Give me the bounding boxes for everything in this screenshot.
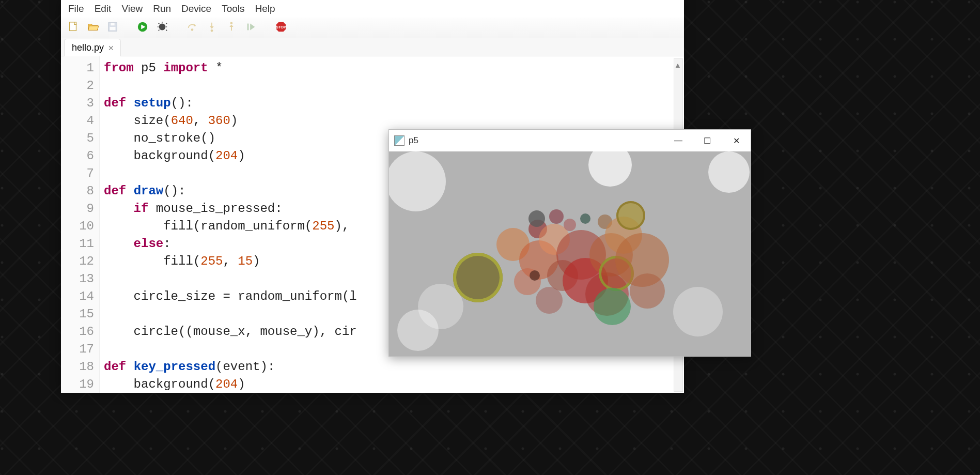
svg-rect-2 (110, 27, 116, 30)
continue-icon[interactable] (245, 21, 257, 33)
stop-icon[interactable]: STOP (275, 21, 287, 33)
canvas-circle (397, 310, 439, 351)
canvas-circle (549, 209, 564, 224)
canvas-circle (564, 219, 576, 231)
svg-point-5 (159, 24, 166, 30)
maximize-button[interactable]: ☐ (693, 130, 722, 151)
toolbar: STOP (61, 18, 684, 38)
close-button[interactable]: ✕ (722, 130, 751, 151)
menu-file[interactable]: File (64, 2, 88, 16)
svg-point-8 (230, 22, 233, 24)
tab-hello-py[interactable]: hello.py ✕ (64, 39, 121, 56)
menu-edit[interactable]: Edit (90, 2, 116, 16)
open-file-icon[interactable] (87, 21, 99, 33)
run-icon[interactable] (136, 21, 149, 33)
menu-view[interactable]: View (117, 2, 147, 16)
svg-rect-0 (70, 22, 76, 31)
menu-bar: File Edit View Run Device Tools Help (61, 0, 684, 18)
step-out-icon[interactable] (225, 21, 238, 33)
p5-titlebar[interactable]: p5 — ☐ ✕ (389, 130, 751, 151)
tab-bar: hello.py ✕ (61, 38, 684, 56)
minimize-button[interactable]: — (664, 130, 693, 151)
canvas-circle (673, 287, 723, 336)
canvas-circle (536, 287, 563, 314)
svg-point-6 (191, 28, 194, 31)
svg-text:STOP: STOP (276, 25, 286, 29)
menu-tools[interactable]: Tools (217, 2, 248, 16)
svg-point-7 (211, 29, 213, 32)
canvas-circle (588, 151, 632, 187)
canvas-circle (580, 213, 590, 224)
canvas-circle (708, 151, 750, 193)
canvas-circle (530, 270, 540, 281)
menu-help[interactable]: Help (251, 2, 279, 16)
menu-device[interactable]: Device (177, 2, 215, 16)
canvas-circle (453, 253, 503, 302)
canvas-circle (389, 151, 446, 211)
debug-icon[interactable] (156, 21, 168, 33)
step-into-icon[interactable] (206, 21, 218, 33)
menu-run[interactable]: Run (149, 2, 175, 16)
tab-close-icon[interactable]: ✕ (108, 44, 114, 52)
svg-rect-9 (247, 24, 249, 30)
step-over-icon[interactable] (186, 21, 198, 33)
p5-app-icon (394, 135, 405, 146)
canvas-circle (528, 210, 545, 227)
p5-canvas[interactable] (389, 151, 751, 356)
new-file-icon[interactable] (67, 21, 80, 33)
p5-window-title: p5 (409, 135, 418, 146)
p5-output-window: p5 — ☐ ✕ (388, 129, 751, 357)
tab-label: hello.py (72, 42, 104, 53)
svg-rect-3 (111, 23, 114, 26)
code-content[interactable]: from p5 import *def setup(): size(640, 3… (100, 56, 357, 393)
canvas-circle (616, 201, 645, 230)
canvas-circle (594, 288, 631, 325)
canvas-circle (630, 273, 665, 309)
save-file-icon[interactable] (106, 21, 119, 33)
line-number-gutter: 12345678910111213141516171819 (61, 56, 100, 393)
